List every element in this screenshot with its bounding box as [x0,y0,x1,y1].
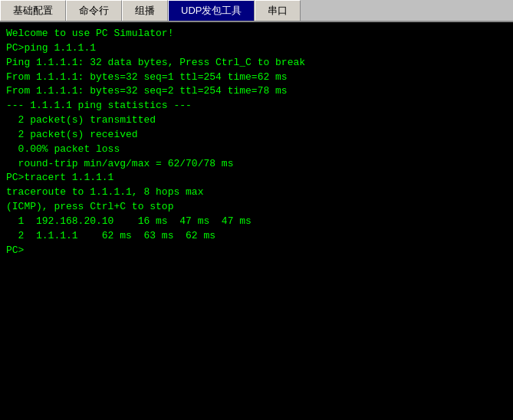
tab-group[interactable]: 组播 [122,0,168,21]
terminal-line: round-trip min/avg/max = 62/70/78 ms [6,157,507,172]
terminal: Welcome to use PC Simulator!PC>ping 1.1.… [0,22,513,419]
terminal-line: 2 1.1.1.1 62 ms 63 ms 62 ms [6,229,507,244]
terminal-line: 0.00% packet loss [6,143,507,157]
terminal-line: Ping 1.1.1.1: 32 data bytes, Press Ctrl_… [6,56,507,71]
tab-udp[interactable]: UDP发包工具 [168,0,255,21]
terminal-line: --- 1.1.1.1 ping statistics --- [6,99,507,113]
terminal-line: From 1.1.1.1: bytes=32 seq=1 ttl=254 tim… [6,71,507,85]
terminal-line: PC>ping 1.1.1.1 [6,41,507,56]
terminal-line: 2 packet(s) transmitted [6,113,507,128]
tab-serial[interactable]: 串口 [255,0,301,21]
tab-cmd[interactable]: 命令行 [66,0,122,21]
terminal-line: 2 packet(s) received [6,128,507,143]
terminal-line: PC> [6,244,507,258]
terminal-line: traceroute to 1.1.1.1, 8 hops max [6,185,507,200]
tab-basic[interactable]: 基础配置 [0,0,66,21]
terminal-line: From 1.1.1.1: bytes=32 seq=2 ttl=254 tim… [6,84,507,99]
terminal-line: PC>tracert 1.1.1.1 [6,171,507,185]
terminal-line: Welcome to use PC Simulator! [6,27,507,41]
terminal-line: (ICMP), press Ctrl+C to stop [6,200,507,215]
terminal-line: 1 192.168.20.10 16 ms 47 ms 47 ms [6,215,507,229]
tab-bar: 基础配置命令行组播UDP发包工具串口 [0,0,513,22]
